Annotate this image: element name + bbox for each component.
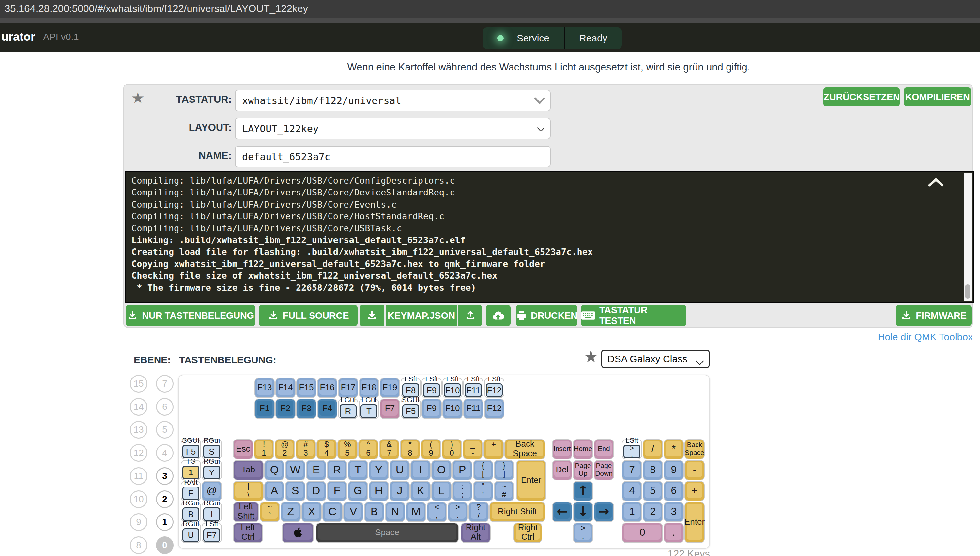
key-i[interactable]: RGuiI [202,503,221,521]
keymap-json-label-button[interactable]: KEYMAP.JSON [386,305,457,326]
key-.[interactable]: LSft>. [622,440,641,459]
key-f7[interactable]: LSftF7 [202,524,221,542]
key-/[interactable]: ?/ [469,503,488,521]
collapse-console-chevron-up-icon[interactable] [927,178,944,189]
key-][interactable]: }] [494,461,513,480]
key-f9[interactable]: F9 [422,399,441,418]
key-l[interactable]: L [432,482,451,501]
key-9[interactable]: (9 [421,440,441,459]
key-f13[interactable]: F13 [255,378,274,398]
layer-button-2[interactable]: 2 [156,490,174,508]
key-p[interactable]: P [453,461,472,480]
key-5[interactable]: 5 [643,482,662,501]
key-/[interactable]: / [643,440,662,459]
layer-button-10[interactable]: 10 [130,490,147,508]
key-a[interactable]: A [265,482,284,501]
console-scrollbar-thumb[interactable] [965,284,970,299]
layer-button-4[interactable]: 4 [156,444,174,462]
key-right-ctrl[interactable]: RightCtrl [514,524,542,542]
key-+[interactable]: + [685,482,704,501]
key-b[interactable]: B [365,503,384,521]
key-esc[interactable]: Esc [234,440,252,459]
key-e[interactable]: RAltE [181,482,200,501]
key-3[interactable]: 3 [664,503,683,521]
key-f12[interactable]: F12 [485,399,504,418]
key-arrow-up[interactable]: ↑ [573,482,593,501]
key-k[interactable]: K [411,482,430,501]
key-*[interactable]: * [664,440,683,459]
key-arrow-right[interactable]: → [594,503,614,521]
key-y[interactable]: Y [369,461,388,480]
key-y[interactable]: RGuiY [202,461,221,480]
key-g[interactable]: G [349,482,367,501]
key-f11[interactable]: F11 [464,399,483,418]
key-tab[interactable]: Tab [234,461,263,480]
keycap-style-select[interactable]: DSA Galaxy Class [601,350,710,368]
key-end[interactable]: End [594,440,614,459]
key-f2[interactable]: F2 [276,399,295,418]
key-left-ctrl[interactable]: Left Ctrl [234,524,262,542]
key-v[interactable]: V [344,503,363,521]
cloud-upload-button[interactable] [486,305,510,326]
key--[interactable]: - [685,461,704,480]
key-home[interactable]: Home [573,440,593,459]
key-x[interactable]: X [302,503,321,521]
key-9[interactable]: 9 [664,461,683,480]
key-0[interactable]: 0 [622,524,662,542]
upload-keymap-json-button[interactable] [459,305,482,326]
key-enter[interactable]: Enter [685,503,704,542]
compile-button[interactable]: KOMPILIEREN [904,87,971,107]
key-arrow-down[interactable]: ↓ [573,503,593,521]
key-1[interactable]: !1 [255,440,273,459]
key-2[interactable]: @2 [275,440,294,459]
key-t[interactable]: T [349,461,367,480]
key-f8[interactable]: LSftF8 [401,378,420,398]
key-page-down[interactable]: PageDown [594,461,614,480]
key-0[interactable]: )0 [442,440,461,459]
key-right-shift[interactable]: Right Shift [490,503,545,521]
key-right-alt[interactable]: RightAlt [461,524,490,542]
key-f11[interactable]: LSftF11 [464,378,483,398]
key-`[interactable]: ~` [260,503,279,521]
key-back-space[interactable]: BackSpace [685,440,704,459]
layer-button-15[interactable]: 15 [130,375,147,393]
key--[interactable]: _- [463,440,482,459]
key-n[interactable]: N [386,503,405,521]
key-.[interactable]: . [664,524,683,542]
layer-button-3[interactable]: 3 [156,467,174,485]
layer-button-9[interactable]: 9 [130,513,147,531]
print-button[interactable]: DRUCKEN [516,305,578,326]
key-;[interactable]: :; [453,482,472,501]
key-back-space[interactable]: BackSpace [505,440,545,459]
key-j[interactable]: J [390,482,409,501]
key-4[interactable]: 4 [622,482,641,501]
key-f15[interactable]: F15 [297,378,316,398]
layer-button-8[interactable]: 8 [130,537,147,554]
key-.[interactable]: >. [448,503,467,521]
download-full-source-button[interactable]: FULL SOURCE [259,305,358,326]
download-keymap-json-button[interactable] [360,305,384,326]
key-apple-command[interactable] [283,524,313,542]
layer-button-7[interactable]: 7 [156,375,174,393]
console-scrollbar-track[interactable] [964,173,972,301]
key-space[interactable]: Space [316,524,458,542]
keyboard-select[interactable]: xwhatsit/ibm/f122/universal [235,90,551,111]
key-insert[interactable]: Insert [553,440,572,459]
key-f19[interactable]: F19 [380,378,399,398]
layer-button-11[interactable]: 11 [130,467,147,485]
key-e[interactable]: E [307,461,326,480]
key-d[interactable]: D [307,482,326,501]
key-,[interactable]: <, [427,503,446,521]
key-'[interactable]: "' [474,482,492,501]
favorite-keycap-style-star-icon[interactable]: ★ [584,349,598,365]
key-f16[interactable]: F16 [318,378,337,398]
key-r[interactable]: LGuiR [339,399,358,418]
key-f5[interactable]: SGUIF5 [181,440,200,459]
key-s[interactable]: RGuiS [202,440,221,459]
key-enter[interactable]: Enter [517,461,546,501]
key-f7[interactable]: F7 [380,399,399,418]
layout-select[interactable]: LAYOUT_122key [235,118,551,139]
key-7[interactable]: &7 [380,440,399,459]
key-6[interactable]: ^6 [359,440,378,459]
key-4[interactable]: $4 [317,440,336,459]
